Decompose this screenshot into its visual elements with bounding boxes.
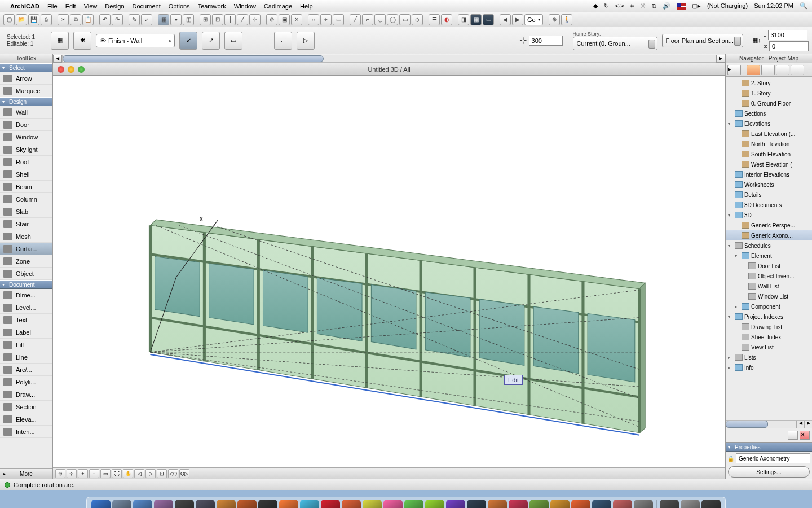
zoom-out-icon[interactable]: − — [89, 469, 99, 478]
tool-curtai[interactable]: Curtai... — [0, 243, 52, 255]
hash-icon[interactable]: ⌗ — [630, 2, 634, 9]
tool-door[interactable]: Door — [0, 119, 52, 131]
toolbox-section-design[interactable]: Design — [0, 97, 52, 106]
nav-back-icon[interactable]: ◀ — [500, 14, 511, 25]
dock-app-icon[interactable] — [592, 500, 611, 508]
tool-dime[interactable]: Dime... — [0, 289, 52, 301]
ellipse-mode-icon[interactable]: ◯ — [387, 14, 398, 25]
find-icon[interactable]: ⌖ — [320, 14, 332, 25]
3d-window-icon[interactable]: ◨ — [458, 14, 469, 25]
tree-item[interactable]: Wall List — [726, 281, 812, 291]
tree-item[interactable]: Generic Axono... — [726, 230, 812, 240]
tree-item[interactable]: Drawing List — [726, 322, 812, 332]
dock-app-icon[interactable] — [613, 500, 632, 508]
tree-item[interactable]: Window List — [726, 291, 812, 301]
dock-app-icon[interactable] — [321, 500, 340, 508]
tool-label[interactable]: Label — [0, 326, 52, 339]
tool-marquee[interactable]: Marquee — [0, 85, 52, 97]
tool-text[interactable]: Text — [0, 314, 52, 326]
rotrect-mode-icon[interactable]: ◇ — [412, 14, 423, 25]
layer-selector[interactable]: 👁 Finish - Wall — [96, 34, 175, 47]
flip-icon[interactable]: ▷ — [297, 32, 315, 50]
navigator-tree[interactable]: 2. Story1. Story0. Ground FloorSections▾… — [726, 77, 812, 420]
tree-item[interactable]: Details — [726, 190, 812, 200]
tool-stair[interactable]: Stair — [0, 218, 52, 230]
dock-app-icon[interactable] — [112, 500, 131, 508]
input-source-icon[interactable] — [677, 3, 686, 10]
top-height-input[interactable] — [768, 30, 807, 40]
zoom-page-icon[interactable]: ▭ — [100, 469, 111, 478]
dock-app-icon[interactable] — [133, 500, 152, 508]
tree-item[interactable]: West Elevation ( — [726, 159, 812, 169]
battery-icon[interactable]: ▢▸ — [692, 2, 701, 9]
scroll-right-icon[interactable]: ▶ — [716, 55, 725, 63]
tool-arrow[interactable]: Arrow — [0, 72, 52, 85]
tool-arc[interactable]: Arc/... — [0, 364, 52, 376]
prev-zoom-icon[interactable]: ◁ — [134, 469, 144, 478]
curtain-wall-tool-icon[interactable]: ▦ — [51, 32, 69, 50]
tree-item[interactable]: 1. Story — [726, 88, 812, 98]
rect-mode-icon[interactable]: ▭ — [399, 14, 411, 25]
orbit-icon[interactable]: ⊕ — [549, 14, 560, 25]
3d-viewport[interactable]: x Edit — [53, 76, 725, 467]
tree-item[interactable]: North Elevation — [726, 139, 812, 149]
tree-item[interactable]: South Elevation — [726, 149, 812, 159]
redo-icon[interactable]: ↷ — [112, 14, 123, 25]
tree-item[interactable]: East Elevation (... — [726, 129, 812, 139]
guide-icon[interactable]: ╱ — [237, 14, 248, 25]
tree-item[interactable]: Door List — [726, 261, 812, 271]
app-name[interactable]: ArchiCAD — [10, 3, 39, 10]
menu-window[interactable]: Window — [234, 3, 256, 10]
tool-draw[interactable]: Draw... — [0, 388, 52, 401]
mac-dock[interactable] — [86, 497, 726, 508]
dock-app-icon[interactable] — [571, 500, 590, 508]
nav-scrollbar[interactable]: ◀ ▶ — [726, 420, 812, 428]
dock-app-icon[interactable] — [363, 500, 382, 508]
dock-app-icon[interactable] — [681, 500, 700, 508]
zoom-in-icon[interactable]: + — [78, 469, 88, 478]
tool-slab[interactable]: Slab — [0, 205, 52, 218]
tree-item[interactable]: ▾Project Indexes — [726, 312, 812, 322]
eyedropper-icon[interactable]: ✎ — [129, 14, 140, 25]
floor-plan-section-button[interactable]: Floor Plan and Section... — [662, 34, 743, 47]
fit-window-icon[interactable]: ⊡ — [157, 469, 167, 478]
ref-line-icon[interactable]: ⌐ — [274, 32, 292, 50]
tool-wall[interactable]: Wall — [0, 106, 52, 119]
view-name-field[interactable]: Generic Axonometry — [736, 453, 810, 463]
menu-design[interactable]: Design — [105, 3, 124, 10]
nav-tab-publisher-icon[interactable] — [791, 65, 804, 75]
zoom-sel-next-icon[interactable]: Q▷ — [179, 469, 189, 478]
nav-tab-map-icon[interactable] — [747, 65, 760, 75]
tree-item[interactable]: 2. Story — [726, 78, 812, 88]
toolbox-more[interactable]: More — [0, 468, 52, 479]
plot-icon[interactable]: ⎙ — [41, 14, 52, 25]
filter-icon[interactable]: ▣ — [279, 14, 290, 25]
trace-toggle-icon[interactable]: ◫ — [183, 14, 194, 25]
tool-section[interactable]: Section — [0, 401, 52, 413]
tree-item[interactable]: Sections — [726, 108, 812, 119]
trace-ref-icon[interactable]: ▦ — [158, 14, 169, 25]
dock-app-icon[interactable] — [488, 500, 507, 508]
tool-eleva[interactable]: Eleva... — [0, 413, 52, 426]
dock-app-icon[interactable] — [383, 500, 403, 508]
geometry-method-2-icon[interactable]: ↗ — [202, 32, 220, 50]
next-zoom-icon[interactable]: ▷ — [145, 469, 156, 478]
bottom-height-input[interactable] — [769, 41, 809, 51]
menu-options[interactable]: Options — [169, 3, 190, 10]
line-mode-icon[interactable]: ╱ — [350, 14, 361, 25]
tree-item[interactable]: ▸Info — [726, 362, 812, 373]
dock-app-icon[interactable] — [509, 500, 528, 508]
inject-icon[interactable]: ↙ — [141, 14, 152, 25]
toolbox-section-select[interactable]: Select — [0, 63, 52, 72]
dock-app-icon[interactable] — [550, 500, 570, 508]
dock-app-icon[interactable] — [701, 500, 721, 508]
tree-item[interactable]: ▾Element — [726, 251, 812, 261]
tool-polyli[interactable]: Polyli... — [0, 376, 52, 388]
nav-fwd-icon[interactable]: ▶ — [512, 14, 523, 25]
tree-item[interactable]: View List — [726, 342, 812, 352]
dock-app-icon[interactable] — [425, 500, 444, 508]
menu-edit[interactable]: Edit — [65, 3, 76, 10]
wifi-icon[interactable]: ⧉ — [652, 2, 656, 9]
nav-tab-layout-icon[interactable] — [776, 65, 789, 75]
fit-icon[interactable]: ⛶ — [112, 469, 122, 478]
